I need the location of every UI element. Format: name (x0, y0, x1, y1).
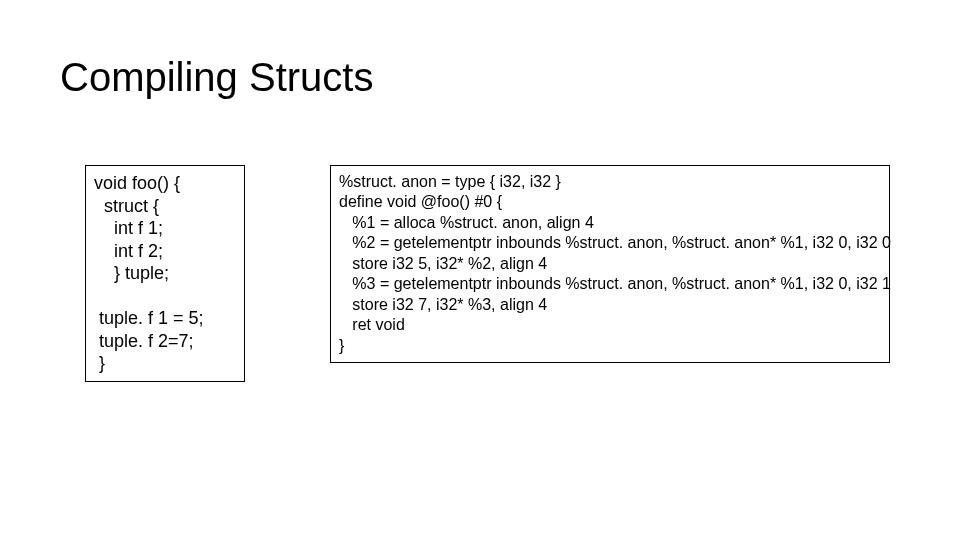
source-code-box: void foo() { struct { int f 1; int f 2; … (85, 165, 245, 382)
llvm-ir-box: %struct. anon = type { i32, i32 } define… (330, 165, 890, 363)
slide: Compiling Structs void foo() { struct { … (0, 0, 960, 540)
slide-title: Compiling Structs (60, 55, 373, 100)
